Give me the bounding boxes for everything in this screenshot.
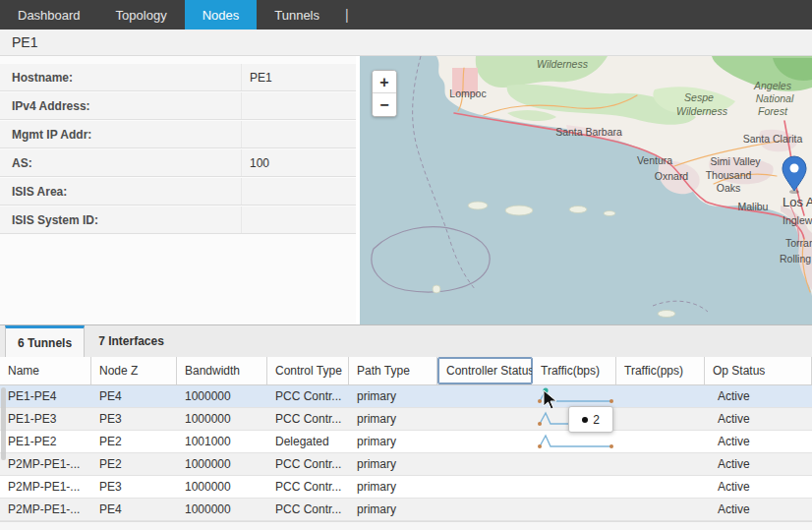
detail-field-row: Hostname:PE1 [0, 64, 356, 91]
map-label: Oaks [717, 182, 741, 194]
map-label: Angeles [753, 80, 792, 91]
tab-6-tunnels[interactable]: 6 Tunnels [5, 325, 85, 357]
tooltip-marker-icon [582, 417, 588, 423]
column-header-controller-status[interactable]: Controller Status [437, 357, 533, 384]
map-label: Oxnard [655, 170, 689, 182]
cell: primary [349, 385, 437, 407]
column-header-op-status[interactable]: Op Status [705, 357, 812, 384]
map-label: National [756, 92, 794, 104]
cell: PE2 [91, 453, 177, 475]
column-header-traffic-pps-[interactable]: Traffic(pps) [616, 357, 705, 384]
top-nav: DashboardTopologyNodesTunnels| [0, 0, 812, 29]
sparkline-tooltip: 2 [568, 406, 613, 433]
cell: PE1-PE2 [0, 431, 91, 452]
cell: PE1-PE4 [0, 385, 91, 407]
detail-field-label: Mgmt IP Addr: [0, 121, 242, 147]
tab-7-interfaces[interactable]: 7 Interfaces [85, 325, 178, 357]
cell: Delegated [267, 431, 349, 452]
table-footer-space [0, 521, 812, 530]
nav-item-tunnels[interactable]: Tunnels [257, 0, 337, 29]
cell-traffic-bps [533, 453, 616, 475]
map-label: Simi Valley [710, 155, 761, 167]
cell-op-status: Active [705, 476, 812, 498]
title-bar: PE1 [0, 29, 812, 56]
cell-traffic-bps [533, 385, 616, 407]
cell: PE3 [91, 408, 177, 430]
cell: primary [349, 408, 437, 430]
map-label: Malibu [738, 201, 769, 212]
page-title: PE1 [12, 34, 37, 50]
map-label: Sespe [684, 91, 714, 103]
cell: primary [349, 431, 437, 452]
cell-traffic-bps [533, 476, 616, 498]
cell-traffic-pps [616, 431, 705, 452]
table-row[interactable]: PE1-PE4PE41000000PCC Contr...primaryActi… [0, 385, 812, 408]
nav-item-dashboard[interactable]: Dashboard [0, 0, 98, 29]
cell-traffic-pps [616, 453, 705, 475]
map-panel[interactable]: WildernessLompocSespeWildernessAngelesNa… [360, 56, 812, 324]
map-label: Ventura [637, 154, 672, 166]
column-header-path-type[interactable]: Path Type [349, 357, 437, 384]
map-label: Thousand [706, 169, 752, 181]
table-row[interactable]: P2MP-PE1-...PE21000000PCC Contr...primar… [0, 453, 812, 476]
detail-field-row: Mgmt IP Addr: [0, 121, 356, 148]
detail-field-value: 100 [242, 156, 269, 170]
cell-op-status: Active [705, 408, 812, 430]
cell-traffic-pps [616, 385, 705, 407]
cell: PE4 [91, 499, 177, 520]
tab-bar: 6 Tunnels7 Interfaces [0, 325, 812, 357]
cell: primary [349, 476, 437, 498]
detail-field-label: ISIS System ID: [0, 206, 242, 233]
map-zoom-out-button[interactable]: − [373, 93, 396, 116]
cell-traffic-bps [533, 499, 616, 520]
map-label: Los Ang [783, 195, 812, 209]
cell: PCC Contr... [267, 453, 349, 475]
detail-field-label: AS: [0, 149, 242, 176]
nav-item-topology[interactable]: Topology [98, 0, 185, 29]
cell: P2MP-PE1-... [0, 453, 91, 475]
cell-op-status: Active [705, 431, 812, 452]
table-row[interactable]: PE1-PE2PE21001000DelegatedprimaryActive [0, 431, 812, 453]
detail-field-label: ISIS Area: [0, 178, 242, 205]
column-header-name[interactable]: Name [0, 357, 91, 384]
map-zoom-control: + − [372, 70, 397, 117]
cell: P2MP-PE1-... [0, 476, 91, 498]
bottom-panel: 6 Tunnels7 Interfaces NameNode ZBandwidt… [0, 324, 812, 530]
map-label: Wilderness [676, 105, 728, 117]
tooltip-value: 2 [593, 413, 600, 427]
column-header-control-type[interactable]: Control Type [267, 357, 349, 384]
vertical-scrollbar[interactable] [1, 387, 6, 460]
table-row[interactable]: P2MP-PE1-...PE31000000PCC Contr...primar… [0, 476, 812, 499]
map-canvas[interactable]: WildernessLompocSespeWildernessAngelesNa… [360, 56, 812, 324]
detail-field-row: IPv4 Address: [0, 92, 356, 120]
cell: PE1-PE3 [0, 408, 91, 430]
detail-field-row: ISIS Area: [0, 178, 356, 206]
cell [437, 453, 533, 475]
map-label: Inglewoo [783, 214, 812, 226]
nav-item-nodes[interactable]: Nodes [185, 0, 258, 29]
cell: PE4 [91, 385, 177, 407]
detail-field-row: ISIS System ID: [0, 206, 356, 234]
traffic-sparkline[interactable] [535, 432, 616, 451]
map-label: Rolling H [780, 253, 812, 265]
cell [437, 408, 533, 430]
column-header-node-z[interactable]: Node Z [91, 357, 177, 384]
map-label: Santa Barbara [555, 126, 622, 138]
column-header-bandwidth[interactable]: Bandwidth [177, 357, 267, 384]
cell-op-status: Active [705, 499, 812, 520]
nav-separator: | [337, 0, 357, 29]
cell: 1000000 [177, 408, 267, 430]
detail-field-value: PE1 [242, 71, 272, 85]
traffic-sparkline[interactable] [535, 386, 616, 406]
map-zoom-in-button[interactable]: + [373, 71, 396, 93]
detail-field-row: AS:100 [0, 149, 356, 177]
table-body: PE1-PE4PE41000000PCC Contr...primaryActi… [0, 385, 812, 521]
cell: PE2 [91, 431, 177, 452]
map-label: Torranc [785, 237, 812, 249]
table-row[interactable]: PE1-PE3PE31000000PCC Contr...primaryActi… [0, 408, 812, 431]
column-header-traffic-bps-[interactable]: Traffic(bps) [533, 357, 616, 384]
cell: PE3 [91, 476, 177, 498]
table-header: NameNode ZBandwidthControl TypePath Type… [0, 357, 812, 385]
node-details-panel: Hostname:PE1IPv4 Address:Mgmt IP Addr:AS… [0, 56, 356, 324]
table-row[interactable]: P2MP-PE1-...PE41000000PCC Contr...primar… [0, 499, 812, 521]
